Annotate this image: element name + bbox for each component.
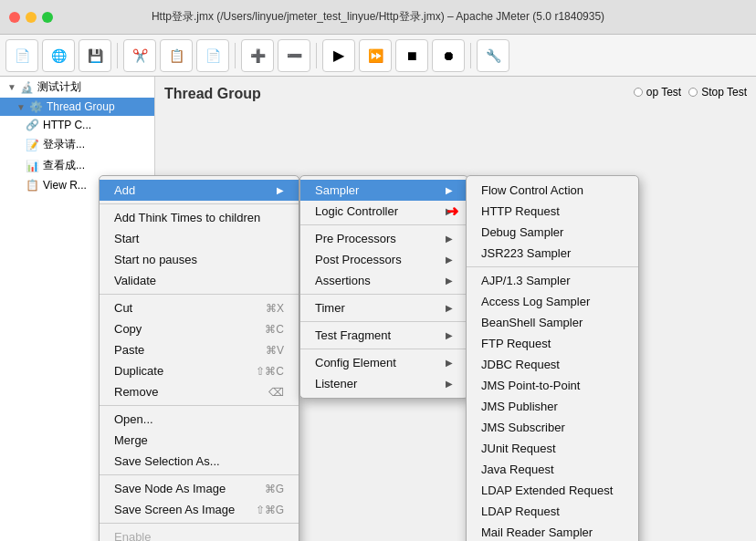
menu-item-assertions[interactable]: Assertions ▶ bbox=[300, 270, 467, 291]
sep-m2-3 bbox=[300, 321, 467, 322]
tree-item-login[interactable]: 📝 登录请... bbox=[0, 134, 154, 155]
tree-item-view1[interactable]: 📊 查看成... bbox=[0, 155, 154, 176]
menu-item-jms-point-to-point[interactable]: JMS Point-to-Point bbox=[467, 375, 638, 396]
toolbar: 📄 🌐 💾 ✂️ 📋 📄 ➕ ➖ ▶ ⏩ ⏹ ⏺ 🔧 bbox=[0, 35, 756, 77]
window-title: Http登录.jmx (/Users/linyue/jmeter_test_li… bbox=[152, 9, 604, 25]
cut-button[interactable]: ✂️ bbox=[123, 39, 156, 72]
menu-item-logic-controller[interactable]: Logic Controller ▶ bbox=[300, 201, 467, 222]
stop-test-area: op Test Stop Test bbox=[634, 86, 747, 99]
stop-now-button[interactable]: ⏺ bbox=[432, 39, 465, 72]
tree-label-view2: View R... bbox=[43, 179, 87, 192]
collapse-button[interactable]: ➖ bbox=[278, 39, 310, 72]
stop-radio bbox=[634, 88, 643, 97]
title-bar: Http登录.jmx (/Users/linyue/jmeter_test_li… bbox=[0, 0, 756, 35]
menu-item-ajp13-sampler[interactable]: AJP/1.3 Sampler bbox=[467, 270, 638, 291]
menu-item-listener[interactable]: Listener ▶ bbox=[300, 373, 467, 394]
stop-test-now-button[interactable]: Stop Test bbox=[688, 86, 747, 99]
context-menu-2[interactable]: Sampler ▶ Logic Controller ▶ Pre Process… bbox=[299, 175, 468, 399]
tree-item-thread-group[interactable]: ▼ ⚙️ Thread Group bbox=[0, 98, 154, 116]
menu-item-save-node-image[interactable]: Save Node As Image ⌘G bbox=[100, 478, 299, 499]
close-button[interactable] bbox=[9, 12, 20, 23]
tree-label-login: 登录请... bbox=[43, 137, 85, 152]
tree-icon-view2: 📋 bbox=[26, 179, 39, 192]
menu-item-copy[interactable]: Copy ⌘C bbox=[100, 318, 299, 339]
menu-item-merge[interactable]: Merge bbox=[100, 430, 299, 451]
save-button[interactable]: 💾 bbox=[79, 39, 111, 72]
copy-toolbar-button[interactable]: 📋 bbox=[160, 39, 193, 72]
menu-item-think-times[interactable]: Add Think Times to children bbox=[100, 207, 299, 228]
menu-item-ldap-extended-request[interactable]: LDAP Extended Request bbox=[467, 480, 638, 501]
menu-item-remove[interactable]: Remove ⌫ bbox=[100, 381, 299, 402]
menu-item-post-processors[interactable]: Post Processors ▶ bbox=[300, 249, 467, 270]
menu-item-jdbc-request[interactable]: JDBC Request bbox=[467, 354, 638, 375]
menu-item-ftp-request[interactable]: FTP Request bbox=[467, 333, 638, 354]
menu-item-beanshell-sampler[interactable]: BeanShell Sampler bbox=[467, 312, 638, 333]
sep-m2-2 bbox=[300, 294, 467, 295]
maximize-button[interactable] bbox=[42, 12, 53, 23]
menu-item-config-element[interactable]: Config Element ▶ bbox=[300, 352, 467, 373]
menu-item-access-log-sampler[interactable]: Access Log Sampler bbox=[467, 291, 638, 312]
separator-2 bbox=[235, 43, 236, 68]
menu-item-test-fragment[interactable]: Test Fragment ▶ bbox=[300, 325, 467, 346]
menu-item-duplicate[interactable]: Duplicate ⇧⌘C bbox=[100, 360, 299, 381]
sep-m2-4 bbox=[300, 349, 467, 349]
traffic-lights bbox=[9, 12, 53, 23]
menu-item-validate[interactable]: Validate bbox=[100, 270, 299, 291]
expand-button[interactable]: ➕ bbox=[241, 39, 274, 72]
stop-button[interactable]: ⏹ bbox=[395, 39, 428, 72]
stop-test-now-label: Stop Test bbox=[701, 86, 747, 99]
menu-item-open[interactable]: Open... bbox=[100, 409, 299, 430]
separator-3 bbox=[316, 43, 317, 68]
menu-item-mail-reader-sampler[interactable]: Mail Reader Sampler bbox=[467, 522, 638, 541]
arrow-indicator: ➜ bbox=[446, 203, 458, 220]
tree-label-view1: 查看成... bbox=[43, 158, 85, 173]
stop-test-button[interactable]: op Test bbox=[634, 86, 681, 99]
separator-1 bbox=[117, 43, 118, 68]
menu-item-flow-control-action[interactable]: Flow Control Action bbox=[467, 180, 638, 201]
separator-4 bbox=[470, 43, 471, 68]
menu-item-pre-processors[interactable]: Pre Processors ▶ bbox=[300, 228, 467, 249]
menu-item-jms-subscriber[interactable]: JMS Subscriber bbox=[467, 417, 638, 438]
stop-test-label: op Test bbox=[646, 86, 681, 99]
menu-item-start-no-pauses[interactable]: Start no pauses bbox=[100, 249, 299, 270]
tree-arrow-tg: ▼ bbox=[16, 102, 26, 112]
separator5 bbox=[100, 523, 299, 524]
menu-item-enable: Enable bbox=[100, 526, 299, 541]
open-button[interactable]: 🌐 bbox=[42, 39, 75, 72]
tree-icon-tg: ⚙️ bbox=[29, 100, 43, 113]
menu-item-save-selection[interactable]: Save Selection As... bbox=[100, 451, 299, 472]
tree-icon-http: 🔗 bbox=[26, 119, 39, 131]
stop-now-radio bbox=[688, 88, 698, 97]
context-menu-3[interactable]: Flow Control Action HTTP Request ➜ Debug… bbox=[466, 175, 639, 541]
run-button[interactable]: ▶ bbox=[322, 39, 355, 72]
settings-button[interactable]: 🔧 bbox=[477, 39, 509, 72]
separator4 bbox=[100, 474, 299, 475]
menu-item-debug-sampler[interactable]: Debug Sampler bbox=[467, 222, 638, 243]
tree-item-test-plan[interactable]: ▼ 🔬 测试计划 bbox=[0, 77, 154, 98]
tree-item-http-config[interactable]: 🔗 HTTP C... bbox=[0, 116, 154, 134]
menu-item-http-request[interactable]: HTTP Request ➜ bbox=[467, 201, 638, 222]
sep-m3-1 bbox=[467, 266, 638, 267]
tree-icon-plan: 🔬 bbox=[20, 81, 34, 94]
tree-label-plan: 测试计划 bbox=[37, 79, 81, 95]
run-no-pause-button[interactable]: ⏩ bbox=[359, 39, 392, 72]
menu-item-jsr223-sampler[interactable]: JSR223 Sampler bbox=[467, 243, 638, 264]
minimize-button[interactable] bbox=[26, 12, 37, 23]
new-button[interactable]: 📄 bbox=[5, 39, 38, 72]
menu-item-java-request[interactable]: Java Request bbox=[467, 459, 638, 480]
menu-item-save-screen-image[interactable]: Save Screen As Image ⇧⌘G bbox=[100, 499, 299, 520]
menu-item-ldap-request[interactable]: LDAP Request bbox=[467, 501, 638, 522]
menu-item-timer[interactable]: Timer ▶ bbox=[300, 297, 467, 318]
menu-item-junit-request[interactable]: JUnit Request bbox=[467, 438, 638, 459]
menu-item-paste[interactable]: Paste ⌘V bbox=[100, 339, 299, 360]
menu-item-jms-publisher[interactable]: JMS Publisher bbox=[467, 396, 638, 417]
tree-icon-view1: 📊 bbox=[26, 160, 39, 172]
menu-item-cut[interactable]: Cut ⌘X bbox=[100, 297, 299, 318]
paste-button[interactable]: 📄 bbox=[196, 39, 229, 72]
menu-item-sampler[interactable]: Sampler ▶ bbox=[300, 180, 467, 201]
sep-m2-1 bbox=[300, 224, 467, 225]
menu-item-start[interactable]: Start bbox=[100, 228, 299, 249]
menu-item-add[interactable]: Add ▶ bbox=[100, 180, 299, 201]
separator bbox=[100, 203, 299, 204]
context-menu-1[interactable]: Add ▶ Add Think Times to children Start … bbox=[99, 175, 299, 541]
